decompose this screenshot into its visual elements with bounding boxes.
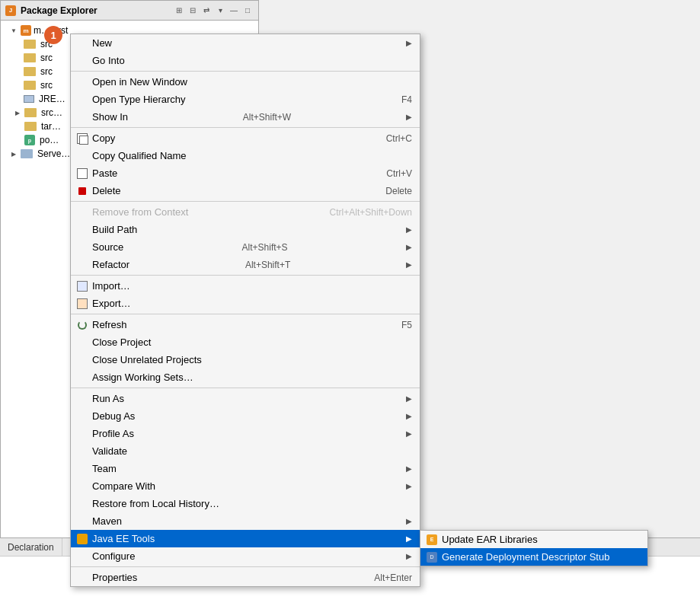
menu-item-debug-as[interactable]: Debug As ▶	[71, 407, 420, 425]
menu-item-assign-working[interactable]: Assign Working Sets…	[71, 368, 420, 386]
menu-item-label: Close Project	[92, 336, 151, 348]
menu-icon[interactable]: ▾	[214, 5, 226, 17]
refresh-icon-slot	[75, 318, 89, 332]
menu-item-label: Refresh	[92, 319, 127, 330]
folder-icon	[24, 108, 37, 117]
menu-item-refresh[interactable]: Refresh F5	[71, 316, 420, 333]
menu-item-label: Restore from Local History…	[92, 498, 219, 509]
menu-item-export[interactable]: Export…	[71, 295, 420, 312]
separator	[71, 314, 420, 314]
panel-titlebar: J Package Explorer ⊞ ⊟ ⇄ ▾ — □	[1, 1, 258, 21]
shortcut-label: Alt+Shift+W	[243, 112, 291, 123]
refresh-icon	[78, 321, 87, 330]
expand-arrow: ▶	[9, 149, 18, 158]
menu-item-label: Maven	[92, 515, 122, 527]
menu-item-label: Remove from Context	[92, 206, 188, 218]
tree-item-label: src	[40, 80, 53, 91]
menu-item-generate-descriptor[interactable]: D Generate Deployment Descriptor Stub	[420, 548, 647, 566]
menu-item-label: Show In	[92, 111, 128, 123]
menu-item-label: Open in New Window	[92, 76, 187, 88]
menu-item-update-ear[interactable]: E Update EAR Libraries	[420, 531, 647, 548]
panel-title: Package Explorer	[21, 5, 97, 16]
menu-item-copy-qualified[interactable]: Copy Qualified Name	[71, 147, 420, 164]
menu-item-run-as[interactable]: Run As ▶	[71, 390, 420, 407]
package-explorer-icon: J	[5, 5, 16, 16]
menu-item-label: Compare With	[92, 480, 155, 492]
import-icon	[77, 281, 88, 292]
sync-icon[interactable]: ⇄	[200, 5, 213, 17]
menu-item-label: Copy Qualified Name	[92, 150, 187, 161]
submenu-arrow-icon: ▶	[406, 113, 412, 121]
submenu-arrow-icon: ▶	[406, 464, 412, 473]
separator	[71, 566, 420, 567]
menu-item-label: Import…	[92, 280, 130, 292]
menu-item-properties[interactable]: Properties Alt+Enter	[71, 569, 420, 586]
menu-item-maven[interactable]: Maven ▶	[71, 512, 420, 530]
import-icon-slot	[75, 279, 89, 293]
submenu-arrow-icon: ▶	[406, 552, 412, 560]
server-folder-icon	[21, 149, 33, 158]
submenu-arrow-icon: ▶	[406, 534, 412, 543]
menu-item-configure[interactable]: Configure ▶	[71, 547, 420, 565]
menu-item-label: Configure	[92, 550, 135, 562]
shortcut-label: F5	[401, 320, 412, 330]
menu-item-restore-local[interactable]: Restore from Local History…	[71, 495, 420, 512]
submenu-arrow-icon: ▶	[406, 39, 412, 47]
desc-icon: D	[427, 552, 437, 563]
menu-item-label: Team	[92, 463, 117, 474]
menu-item-label: Assign Working Sets…	[92, 372, 193, 383]
javaee-icon	[77, 534, 88, 544]
menu-item-close-unrelated[interactable]: Close Unrelated Projects	[71, 351, 420, 368]
tree-item-label: JRE…	[39, 94, 66, 104]
collapse-icon[interactable]: ⊟	[187, 5, 199, 17]
menu-item-copy[interactable]: Copy Ctrl+C	[71, 129, 420, 147]
submenu-arrow-icon: ▶	[406, 412, 412, 420]
folder-icon	[24, 81, 36, 90]
menu-item-source[interactable]: Source Alt+Shift+S ▶	[71, 238, 420, 256]
maximize-icon[interactable]: □	[241, 5, 254, 17]
menu-item-delete[interactable]: Delete Delete	[71, 182, 420, 199]
menu-item-close-project[interactable]: Close Project	[71, 333, 420, 351]
menu-item-label: Refactor	[92, 259, 129, 270]
menu-item-refactor[interactable]: Refactor Alt+Shift+T ▶	[71, 256, 420, 273]
shortcut-label: Alt+Shift+T	[245, 260, 290, 270]
tree-item-label: src	[40, 53, 53, 63]
menu-item-open-new-window[interactable]: Open in New Window	[71, 73, 420, 91]
menu-item-label: Build Path	[92, 224, 137, 235]
submenu-arrow-icon: ▶	[406, 482, 412, 490]
folder-icon	[24, 67, 36, 76]
shortcut-label: Ctrl+C	[386, 133, 412, 144]
menu-item-validate[interactable]: Validate	[71, 442, 420, 460]
menu-item-label: Go Into	[92, 55, 125, 66]
tab-label: Declaration	[8, 542, 54, 553]
separator	[71, 388, 420, 388]
tree-item-label: po…	[40, 135, 59, 145]
panel-toolbar: ⊞ ⊟ ⇄ ▾ — □	[173, 5, 254, 17]
minimize-icon[interactable]: —	[228, 5, 240, 17]
menu-item-show-in[interactable]: Show In Alt+Shift+W ▶	[71, 108, 420, 126]
menu-item-new[interactable]: New ▶	[71, 34, 420, 52]
menu-item-paste[interactable]: Paste Ctrl+V	[71, 164, 420, 182]
file-icon: p	[24, 135, 35, 145]
submenu-arrow-icon: ▶	[406, 225, 412, 234]
menu-item-open-type-hierarchy[interactable]: Open Type Hierarchy F4	[71, 91, 420, 108]
library-icon	[24, 95, 34, 103]
menu-item-import[interactable]: Import…	[71, 277, 420, 295]
menu-item-label: Validate	[92, 445, 127, 457]
menu-item-label: Close Unrelated Projects	[92, 354, 202, 365]
menu-item-team[interactable]: Team ▶	[71, 460, 420, 477]
tree-item-label: tar…	[41, 121, 61, 132]
menu-item-go-into[interactable]: Go Into	[71, 52, 420, 69]
folder-icon	[24, 53, 36, 62]
menu-item-compare-with[interactable]: Compare With ▶	[71, 477, 420, 495]
submenu-arrow-icon: ▶	[406, 243, 412, 251]
ear-icon-slot: E	[425, 533, 439, 547]
menu-item-java-ee-tools[interactable]: Java EE Tools ▶ E Update EAR Libraries D…	[71, 530, 420, 547]
separator	[71, 201, 420, 202]
menu-item-profile-as[interactable]: Profile As ▶	[71, 425, 420, 442]
tab-declaration[interactable]: Declaration	[0, 538, 62, 556]
new-icon[interactable]: ⊞	[173, 5, 185, 17]
menu-item-build-path[interactable]: Build Path ▶	[71, 221, 420, 238]
expand-arrow: ▶	[13, 108, 22, 117]
menu-item-remove-context[interactable]: Remove from Context Ctrl+Alt+Shift+Down	[71, 203, 420, 221]
